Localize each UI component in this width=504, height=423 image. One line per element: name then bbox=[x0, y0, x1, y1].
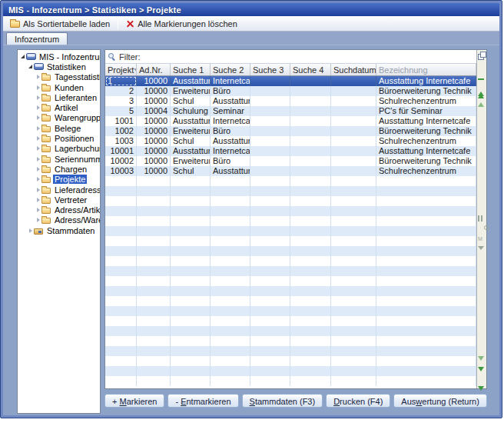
table-cell[interactable] bbox=[331, 136, 376, 146]
table-cell[interactable] bbox=[331, 316, 376, 326]
table-cell[interactable] bbox=[331, 206, 376, 216]
table-row[interactable] bbox=[105, 276, 476, 286]
table-cell[interactable] bbox=[250, 126, 290, 136]
table-cell[interactable] bbox=[105, 336, 137, 346]
table-cell[interactable] bbox=[290, 266, 331, 276]
table-cell[interactable] bbox=[211, 346, 250, 356]
auswertung-button[interactable]: Auswertung (Return) bbox=[393, 394, 487, 408]
table-cell[interactable] bbox=[211, 256, 250, 266]
table-cell[interactable] bbox=[331, 166, 376, 176]
table-cell[interactable] bbox=[171, 186, 211, 196]
tree-item-tagesstatistik[interactable]: Tagesstatistik bbox=[18, 72, 100, 82]
expand-icon[interactable] bbox=[35, 177, 41, 182]
table-row[interactable] bbox=[105, 296, 476, 306]
tree-item-chargen[interactable]: Chargen bbox=[18, 164, 100, 174]
table-cell[interactable] bbox=[376, 306, 476, 316]
table-cell[interactable] bbox=[211, 216, 250, 226]
table-cell[interactable] bbox=[211, 306, 250, 316]
load-sort-table-button[interactable]: Als Sortiertabelle laden bbox=[6, 18, 114, 29]
expand-icon[interactable] bbox=[35, 157, 41, 162]
table-cell[interactable] bbox=[211, 226, 250, 236]
drucken-button[interactable]: Drucken (F4) bbox=[326, 394, 390, 408]
table-row[interactable]: 100110000AusstattunInternetcaAusstattung… bbox=[105, 116, 476, 126]
table-cell[interactable] bbox=[105, 306, 137, 316]
table-cell[interactable] bbox=[250, 246, 290, 256]
table-cell[interactable] bbox=[250, 286, 290, 296]
table-cell[interactable] bbox=[137, 286, 171, 296]
table-cell[interactable] bbox=[376, 196, 476, 206]
table-cell[interactable] bbox=[331, 346, 376, 356]
table-cell[interactable] bbox=[105, 366, 137, 376]
table-cell[interactable] bbox=[331, 116, 376, 126]
table-cell[interactable]: 10002 bbox=[105, 156, 137, 166]
table-cell[interactable]: 10000 bbox=[137, 126, 171, 136]
table-row[interactable] bbox=[105, 186, 476, 196]
table-cell[interactable] bbox=[171, 316, 211, 326]
table-cell[interactable]: 10000 bbox=[137, 86, 171, 96]
table-cell[interactable] bbox=[105, 246, 137, 256]
table-row[interactable]: 1000110000AusstattunInternetcaAusstattun… bbox=[105, 146, 476, 156]
table-cell[interactable] bbox=[376, 326, 476, 336]
table-cell[interactable] bbox=[105, 296, 137, 306]
table-cell[interactable] bbox=[290, 206, 331, 216]
column-header-suchdatum[interactable]: Suchdatum bbox=[331, 64, 376, 75]
tree-item-stammdaten[interactable]: Stammdaten bbox=[18, 225, 100, 235]
table-cell[interactable] bbox=[250, 236, 290, 246]
table-cell[interactable] bbox=[376, 266, 476, 276]
table-row[interactable]: 100310000SchulAusstattunSchulrechenzentr… bbox=[105, 136, 476, 146]
table-cell[interactable]: Seminar bbox=[211, 106, 250, 116]
table-cell[interactable] bbox=[137, 206, 171, 216]
tree-item-lieferadressen[interactable]: Lieferadressen bbox=[18, 185, 100, 195]
table-cell[interactable] bbox=[211, 236, 250, 246]
table-cell[interactable] bbox=[171, 306, 211, 316]
table-cell[interactable] bbox=[137, 216, 171, 226]
table-cell[interactable]: Büroerweiterung Technik bbox=[376, 86, 476, 96]
tree-item-statistiken[interactable]: Statistiken bbox=[18, 62, 100, 72]
table-cell[interactable] bbox=[211, 366, 250, 376]
table-row[interactable]: 310000SchulAusstattunSchulrechenzentrum bbox=[105, 96, 476, 106]
table-cell[interactable] bbox=[171, 356, 211, 366]
table-cell[interactable] bbox=[137, 296, 171, 306]
table-cell[interactable] bbox=[290, 156, 331, 166]
table-cell[interactable] bbox=[137, 176, 171, 186]
table-cell[interactable] bbox=[290, 76, 331, 86]
table-cell[interactable] bbox=[211, 266, 250, 276]
table-cell[interactable] bbox=[137, 346, 171, 356]
table-cell[interactable] bbox=[250, 116, 290, 126]
filter-row[interactable]: Filter: bbox=[105, 50, 476, 64]
table-cell[interactable] bbox=[290, 296, 331, 306]
table-cell[interactable]: Büroerweiterung Technik bbox=[376, 126, 476, 136]
table-cell[interactable] bbox=[105, 186, 137, 196]
table-cell[interactable]: Ausstattung Internetcafe bbox=[376, 146, 476, 156]
tab-infozentrum[interactable]: Infozentrum bbox=[6, 32, 68, 45]
table-cell[interactable] bbox=[331, 226, 376, 236]
expand-icon[interactable] bbox=[35, 126, 41, 131]
table-cell[interactable]: Internetca bbox=[211, 76, 250, 86]
table-cell[interactable]: Ausstattun bbox=[171, 76, 211, 86]
table-cell[interactable] bbox=[250, 176, 290, 186]
table-cell[interactable] bbox=[250, 316, 290, 326]
table-cell[interactable] bbox=[211, 186, 250, 196]
table-row[interactable]: 1000210000ErweiterunBüroBüroerweiterung … bbox=[105, 156, 476, 166]
table-cell[interactable] bbox=[211, 196, 250, 206]
table-cell[interactable] bbox=[290, 216, 331, 226]
table-cell[interactable]: Erweiterun bbox=[171, 86, 211, 96]
table-cell[interactable] bbox=[171, 176, 211, 186]
table-cell[interactable] bbox=[250, 366, 290, 376]
table-cell[interactable] bbox=[290, 166, 331, 176]
table-cell[interactable]: Schul bbox=[171, 96, 211, 106]
table-cell[interactable]: 1001 bbox=[105, 116, 137, 126]
expand-icon[interactable] bbox=[35, 75, 41, 79]
table-cell[interactable]: Ausstattung Internetcafe bbox=[376, 76, 476, 86]
table-cell[interactable] bbox=[137, 356, 171, 366]
expand-icon[interactable] bbox=[27, 228, 34, 233]
table-cell[interactable] bbox=[250, 346, 290, 356]
table-cell[interactable] bbox=[290, 276, 331, 286]
table-row[interactable] bbox=[105, 366, 476, 376]
table-row[interactable] bbox=[105, 356, 476, 366]
table-cell[interactable] bbox=[331, 176, 376, 186]
table-cell[interactable]: 3 bbox=[105, 96, 137, 106]
table-cell[interactable] bbox=[376, 216, 476, 226]
table-cell[interactable]: Ausstattun bbox=[211, 136, 250, 146]
table-cell[interactable] bbox=[211, 316, 250, 326]
